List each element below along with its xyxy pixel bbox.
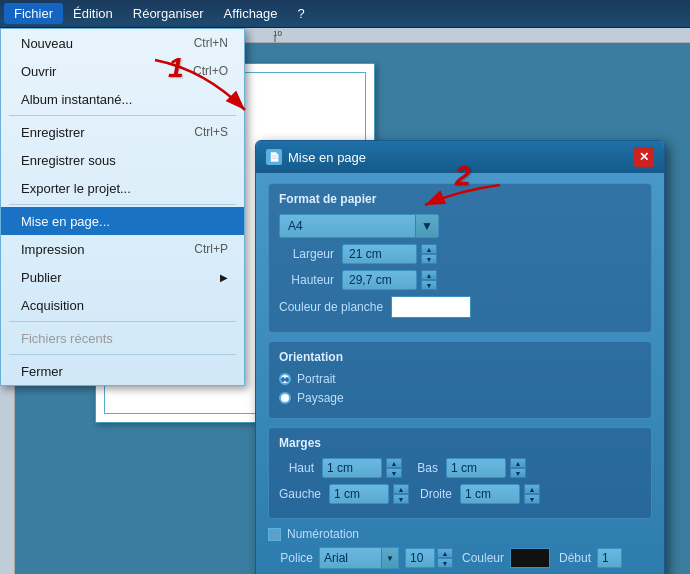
gauche-droite-row: Gauche ▲ ▼ Droite ▲ ▼ — [279, 484, 641, 504]
largeur-label: Largeur — [279, 247, 334, 261]
gauche-input[interactable] — [329, 484, 389, 504]
hauteur-spinner[interactable]: ▲ ▼ — [421, 270, 437, 290]
paper-size-value: A4 — [280, 217, 415, 235]
couleur-police-swatch[interactable] — [510, 548, 550, 568]
paysage-radio-row[interactable]: Paysage — [279, 391, 641, 405]
menubar-help[interactable]: ? — [288, 3, 315, 24]
dialog-close-button[interactable]: ✕ — [634, 147, 654, 167]
bas-label: Bas — [410, 461, 438, 475]
droite-input[interactable] — [460, 484, 520, 504]
separator-3 — [9, 321, 236, 322]
numerotation-label: Numérotation — [287, 527, 359, 541]
menu-nouveau[interactable]: Nouveau Ctrl+N — [1, 29, 244, 57]
largeur-input[interactable] — [342, 244, 417, 264]
menu-fermer[interactable]: Fermer — [1, 357, 244, 385]
menu-acquisition[interactable]: Acquisition — [1, 291, 244, 319]
menubar: Fichier Édition Réorganiser Affichage ? — [0, 0, 690, 28]
couleur-planche-row: Couleur de planche — [279, 296, 641, 318]
largeur-down-icon[interactable]: ▼ — [421, 254, 437, 264]
gauche-down-icon[interactable]: ▼ — [393, 494, 409, 504]
file-menu: Nouveau Ctrl+N Ouvrir Ctrl+O Album insta… — [0, 28, 245, 386]
menubar-affichage[interactable]: Affichage — [214, 3, 288, 24]
font-size-input[interactable] — [405, 548, 435, 568]
portrait-radio-row[interactable]: Portrait — [279, 372, 641, 386]
debut-input[interactable] — [597, 548, 622, 568]
police-row: Police Arial ▼ ▲ ▼ Couleur Début — [268, 547, 652, 569]
bas-input[interactable] — [446, 458, 506, 478]
droite-up-icon[interactable]: ▲ — [524, 484, 540, 494]
format-section: Format de papier A4 ▼ Largeur ▲ ▼ Hauteu… — [268, 183, 652, 333]
menu-enregistrer[interactable]: Enregistrer Ctrl+S — [1, 118, 244, 146]
orientation-section: Orientation Portrait Paysage — [268, 341, 652, 419]
numerotation-checkbox-row[interactable]: Numérotation — [268, 527, 652, 541]
police-arrow-icon: ▼ — [381, 548, 398, 568]
couleur-planche-swatch[interactable] — [391, 296, 471, 318]
haut-spinner[interactable]: ▲ ▼ — [386, 458, 402, 478]
portrait-label: Portrait — [297, 372, 336, 386]
haut-down-icon[interactable]: ▼ — [386, 468, 402, 478]
dialog-icon: 📄 — [266, 149, 282, 165]
police-value: Arial — [320, 549, 381, 567]
haut-bas-row: Haut ▲ ▼ Bas ▲ ▼ — [279, 458, 641, 478]
marges-section: Marges Haut ▲ ▼ Bas ▲ ▼ Gauche ▲ — [268, 427, 652, 519]
dialog-title: 📄 Mise en page — [266, 149, 366, 165]
droite-down-icon[interactable]: ▼ — [524, 494, 540, 504]
separator-2 — [9, 204, 236, 205]
haut-label: Haut — [279, 461, 314, 475]
gauche-up-icon[interactable]: ▲ — [393, 484, 409, 494]
dialog-titlebar: 📄 Mise en page ✕ — [256, 141, 664, 173]
font-size-spinner[interactable]: ▲ ▼ — [437, 548, 453, 568]
menu-impression[interactable]: Impression Ctrl+P — [1, 235, 244, 263]
paper-size-arrow-icon: ▼ — [415, 215, 438, 237]
hauteur-input[interactable] — [342, 270, 417, 290]
paysage-label: Paysage — [297, 391, 344, 405]
largeur-row: Largeur ▲ ▼ — [279, 244, 641, 264]
bas-down-icon[interactable]: ▼ — [510, 468, 526, 478]
menubar-edition[interactable]: Édition — [63, 3, 123, 24]
separator-1 — [9, 115, 236, 116]
bas-up-icon[interactable]: ▲ — [510, 458, 526, 468]
numerotation-checkbox[interactable] — [268, 528, 281, 541]
menu-mise-en-page[interactable]: Mise en page... — [1, 207, 244, 235]
haut-input[interactable] — [322, 458, 382, 478]
menubar-fichier[interactable]: Fichier — [4, 3, 63, 24]
submenu-arrow-icon: ▶ — [220, 272, 228, 283]
font-size-up-icon[interactable]: ▲ — [437, 548, 453, 558]
hauteur-label: Hauteur — [279, 273, 334, 287]
mise-en-page-dialog: 📄 Mise en page ✕ Format de papier A4 ▼ L… — [255, 140, 665, 574]
menu-exporter[interactable]: Exporter le projet... — [1, 174, 244, 202]
police-label: Police — [268, 551, 313, 565]
orientation-section-label: Orientation — [279, 350, 641, 364]
droite-spinner[interactable]: ▲ ▼ — [524, 484, 540, 504]
format-section-label: Format de papier — [279, 192, 641, 206]
droite-label: Droite — [417, 487, 452, 501]
menubar-reorganiser[interactable]: Réorganiser — [123, 3, 214, 24]
police-dropdown[interactable]: Arial ▼ — [319, 547, 399, 569]
bas-spinner[interactable]: ▲ ▼ — [510, 458, 526, 478]
hauteur-up-icon[interactable]: ▲ — [421, 270, 437, 280]
menu-enregistrer-sous[interactable]: Enregistrer sous — [1, 146, 244, 174]
hauteur-down-icon[interactable]: ▼ — [421, 280, 437, 290]
couleur-planche-label: Couleur de planche — [279, 300, 383, 314]
separator-4 — [9, 354, 236, 355]
svg-text:10: 10 — [273, 29, 282, 38]
font-size-down-icon[interactable]: ▼ — [437, 558, 453, 568]
largeur-spinner[interactable]: ▲ ▼ — [421, 244, 437, 264]
dialog-body: Format de papier A4 ▼ Largeur ▲ ▼ Hauteu… — [256, 173, 664, 574]
gauche-label: Gauche — [279, 487, 321, 501]
paper-size-row: A4 ▼ — [279, 214, 641, 238]
gauche-spinner[interactable]: ▲ ▼ — [393, 484, 409, 504]
largeur-up-icon[interactable]: ▲ — [421, 244, 437, 254]
marges-section-label: Marges — [279, 436, 641, 450]
portrait-radio[interactable] — [279, 373, 291, 385]
paper-size-dropdown[interactable]: A4 ▼ — [279, 214, 439, 238]
hauteur-row: Hauteur ▲ ▼ — [279, 270, 641, 290]
menu-ouvrir[interactable]: Ouvrir Ctrl+O — [1, 57, 244, 85]
menu-album[interactable]: Album instantané... — [1, 85, 244, 113]
couleur-police-label: Couleur — [459, 551, 504, 565]
haut-up-icon[interactable]: ▲ — [386, 458, 402, 468]
debut-label: Début — [556, 551, 591, 565]
paysage-radio[interactable] — [279, 392, 291, 404]
menu-publier[interactable]: Publier ▶ — [1, 263, 244, 291]
menu-fichiers-recents[interactable]: Fichiers récents — [1, 324, 244, 352]
